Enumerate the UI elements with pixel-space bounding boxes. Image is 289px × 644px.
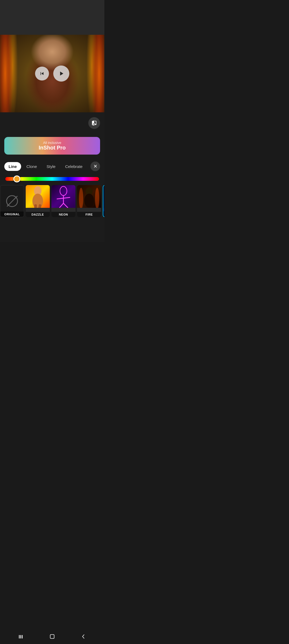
effect-dazzle-thumb <box>26 185 50 208</box>
top-dark-area <box>0 0 104 35</box>
tab-clone[interactable]: Clone <box>22 162 41 171</box>
effect-tabs: Line Clone Style Celebrate ✕ <box>0 158 104 175</box>
timeline-area <box>0 112 104 134</box>
effect-neon-thumb <box>51 185 75 208</box>
color-slider-wrap <box>0 175 104 185</box>
tab-celebrate[interactable]: Celebrate <box>61 162 87 171</box>
rewind-button[interactable] <box>35 67 49 80</box>
effect-original-label: ORIGINAL <box>0 212 24 217</box>
tab-style[interactable]: Style <box>42 162 60 171</box>
editor-area: All inclusive InShot Pro Line Clone Styl… <box>0 112 104 242</box>
svg-line-7 <box>59 203 63 208</box>
video-preview <box>0 35 104 112</box>
pro-banner-subtitle: All inclusive <box>10 141 95 145</box>
effect-dazzle[interactable]: DAZZLE <box>26 185 50 217</box>
effect-original[interactable]: ORIGINAL <box>0 185 24 217</box>
effects-row: ORIGINAL <box>0 185 104 220</box>
playback-controls <box>35 66 69 82</box>
effect-neon-label: NEON <box>51 212 75 217</box>
pro-banner[interactable]: All inclusive InShot Pro <box>4 137 100 155</box>
svg-line-8 <box>63 203 68 208</box>
effect-fire-thumb <box>77 185 101 208</box>
close-button[interactable]: ✕ <box>90 162 100 171</box>
effect-dazzle-label: DAZZLE <box>26 212 50 217</box>
svg-rect-2 <box>34 204 37 208</box>
color-slider-thumb[interactable] <box>13 175 20 182</box>
color-slider-track[interactable] <box>5 177 99 181</box>
effect-current-thumb <box>103 186 104 208</box>
svg-point-1 <box>32 194 43 208</box>
compare-button[interactable] <box>88 117 100 129</box>
effect-neon[interactable]: NEON <box>51 185 75 217</box>
svg-point-12 <box>79 188 83 208</box>
tab-line[interactable]: Line <box>4 162 21 171</box>
svg-point-13 <box>95 188 99 208</box>
pro-banner-title: InShot Pro <box>10 145 95 151</box>
svg-point-11 <box>84 194 94 208</box>
no-effect-icon <box>6 195 18 207</box>
play-button[interactable] <box>53 66 69 82</box>
effect-fire[interactable]: FIRE <box>77 185 101 217</box>
effect-fire-label: FIRE <box>77 212 101 217</box>
effect-current-label: CURRENT <box>103 211 104 217</box>
effect-current[interactable]: CURRENT <box>103 185 104 217</box>
